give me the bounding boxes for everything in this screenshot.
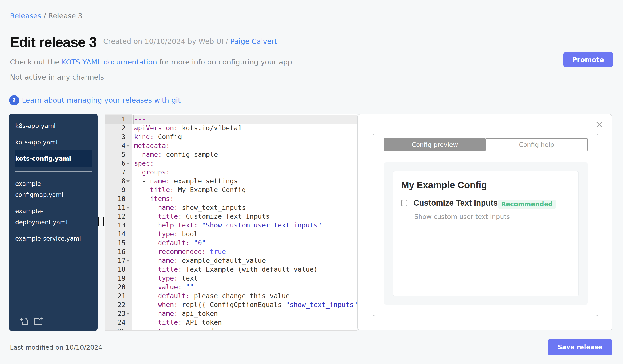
code-text: metadata: bbox=[134, 141, 170, 150]
code-line-8: 8 - name: example_settings bbox=[105, 177, 356, 185]
sidebar-bottom-divider bbox=[15, 312, 92, 312]
close-icon[interactable] bbox=[596, 121, 603, 128]
line-number: 20 bbox=[105, 283, 132, 292]
code-text: default: "0" bbox=[134, 239, 206, 247]
code-text: title: API token bbox=[134, 318, 222, 327]
code-line-20: 20 value: "" bbox=[105, 283, 356, 292]
config-group-title: My Example Config bbox=[401, 180, 487, 190]
line-number: 15 bbox=[105, 239, 132, 247]
line-number: 19 bbox=[105, 274, 132, 283]
promote-button[interactable]: Promote bbox=[563, 52, 613, 67]
add-folder-icon[interactable] bbox=[33, 316, 44, 326]
sidebar-file-kots-app.yaml[interactable]: kots-app.yaml bbox=[15, 134, 92, 150]
created-author-link[interactable]: Paige Calvert bbox=[230, 37, 277, 45]
sidebar-file-divider bbox=[15, 171, 92, 172]
config-tabs: Config previewConfig help bbox=[384, 138, 588, 151]
fold-arrow-icon[interactable] bbox=[127, 163, 130, 165]
code-line-11: 11 - name: show_text_inputs bbox=[105, 203, 356, 212]
recommended-badge: Recommended bbox=[498, 200, 556, 209]
code-line-17: 17 - name: example_default_value bbox=[105, 256, 356, 265]
breadcrumb: Releases / Release 3 bbox=[10, 12, 83, 20]
code-line-19: 19 type: text bbox=[105, 274, 356, 283]
line-number: 7 bbox=[105, 168, 132, 177]
created-line: Created on 10/10/2024 by Web UI / Paige … bbox=[103, 37, 277, 45]
code-text: - name: example_settings bbox=[134, 177, 238, 185]
code-text: - name: api_token bbox=[134, 309, 218, 318]
code-line-5: 5 name: config-sample bbox=[105, 150, 356, 159]
code-line-24: 24 title: API token bbox=[105, 318, 356, 327]
line-number: 1 bbox=[105, 115, 132, 124]
code-line-4: 4metadata: bbox=[105, 141, 356, 150]
code-line-6: 6spec: bbox=[105, 159, 356, 168]
line-number: 18 bbox=[105, 265, 132, 274]
fold-arrow-icon[interactable] bbox=[127, 313, 130, 315]
line-number: 3 bbox=[105, 133, 132, 141]
breadcrumb-separator: / bbox=[41, 12, 48, 20]
code-text: - name: example_default_value bbox=[134, 256, 266, 265]
sidebar-actions bbox=[19, 316, 44, 326]
sidebar-editor-drag-handle-bar2[interactable] bbox=[103, 217, 104, 226]
file-list: k8s-app.yamlkots-app.yamlkots-config.yam… bbox=[15, 118, 92, 247]
code-line-7: 7 groups: bbox=[105, 168, 356, 177]
page-title: Edit release 3 bbox=[10, 34, 97, 50]
customize-text-inputs-checkbox[interactable] bbox=[401, 200, 407, 206]
code-text: groups: bbox=[134, 168, 170, 177]
fold-arrow-icon[interactable] bbox=[127, 145, 130, 147]
created-text: Created on 10/10/2024 by Web UI / bbox=[103, 37, 230, 45]
code-text: type: text bbox=[134, 274, 198, 283]
doc-post: for more info on configuring your app. bbox=[157, 58, 294, 66]
code-line-14: 14 type: bool bbox=[105, 230, 356, 239]
config-item-help-text: Show custom user text inputs bbox=[414, 213, 510, 221]
line-number: 10 bbox=[105, 194, 132, 203]
config-preview-container: Config previewConfig help My Example Con… bbox=[373, 134, 599, 316]
code-text: - name: show_text_inputs bbox=[134, 203, 246, 212]
git-help-row: ? Learn about managing your releases wit… bbox=[9, 95, 181, 106]
code-text: type: bool bbox=[134, 230, 198, 239]
code-line-2: 2apiVersion: kots.io/v1beta1 bbox=[105, 124, 356, 133]
line-number: 21 bbox=[105, 292, 132, 300]
line-number: 25 bbox=[105, 327, 132, 331]
save-release-button[interactable]: Save release bbox=[548, 339, 612, 355]
sidebar-file-kots-config.yaml[interactable]: kots-config.yaml bbox=[15, 150, 92, 167]
code-text: value: "" bbox=[134, 283, 194, 292]
code-line-12: 12 title: Customize Text Inputs bbox=[105, 212, 356, 221]
code-line-22: 22 when: repl{{ ConfigOptionEquals "show… bbox=[105, 300, 356, 309]
add-file-icon[interactable] bbox=[19, 316, 29, 326]
breadcrumb-releases-link[interactable]: Releases bbox=[10, 12, 41, 20]
code-line-18: 18 title: Text Example (with default val… bbox=[105, 265, 356, 274]
code-line-1: 1--- bbox=[105, 115, 356, 124]
page: Releases / Release 3 Edit release 3 Crea… bbox=[0, 0, 623, 364]
sidebar-file-example-deployment.yaml[interactable]: example-deployment.yaml bbox=[15, 203, 92, 230]
tab-config-help[interactable]: Config help bbox=[486, 138, 588, 151]
git-releases-link[interactable]: Learn about managing your releases with … bbox=[22, 96, 181, 104]
sidebar-file-k8s-app.yaml[interactable]: k8s-app.yaml bbox=[15, 118, 92, 134]
code-text: recommended: true bbox=[134, 247, 226, 256]
config-preview-area: My Example Config Customize Text Inputs … bbox=[384, 162, 588, 304]
fold-arrow-icon[interactable] bbox=[127, 260, 130, 262]
code-text: --- bbox=[134, 115, 146, 124]
last-modified-text: Last modified on 10/10/2024 bbox=[10, 344, 102, 351]
code-line-16: 16 recommended: true bbox=[105, 247, 356, 256]
line-number: 16 bbox=[105, 247, 132, 256]
yaml-editor[interactable]: 1---2apiVersion: kots.io/v1beta13kind: C… bbox=[105, 114, 357, 331]
line-number: 24 bbox=[105, 318, 132, 327]
code-text: help_text: "Show custom user text inputs… bbox=[134, 221, 322, 230]
kots-yaml-doc-link[interactable]: KOTS YAML documentation bbox=[62, 58, 157, 66]
line-number: 9 bbox=[105, 185, 132, 194]
question-icon[interactable]: ? bbox=[9, 95, 19, 105]
code-text: title: Customize Text Inputs bbox=[134, 212, 270, 221]
line-number: 2 bbox=[105, 124, 132, 133]
line-number: 5 bbox=[105, 150, 132, 159]
code-line-23: 23 - name: api_token bbox=[105, 309, 356, 318]
code-line-10: 10 items: bbox=[105, 194, 356, 203]
code-line-3: 3kind: Config bbox=[105, 133, 356, 141]
sidebar-editor-drag-handle-bar1[interactable] bbox=[98, 217, 99, 226]
sidebar-file-example-configmap.yaml[interactable]: example-configmap.yaml bbox=[15, 176, 92, 203]
fold-arrow-icon[interactable] bbox=[127, 181, 130, 182]
code-line-15: 15 default: "0" bbox=[105, 239, 356, 247]
config-preview-panel: Config previewConfig help My Example Con… bbox=[357, 114, 612, 330]
tab-config-preview[interactable]: Config preview bbox=[384, 138, 486, 151]
code-line-9: 9 title: My Example Config bbox=[105, 185, 356, 194]
sidebar-file-example-service.yaml[interactable]: example-service.yaml bbox=[15, 230, 92, 247]
fold-arrow-icon[interactable] bbox=[127, 207, 130, 209]
